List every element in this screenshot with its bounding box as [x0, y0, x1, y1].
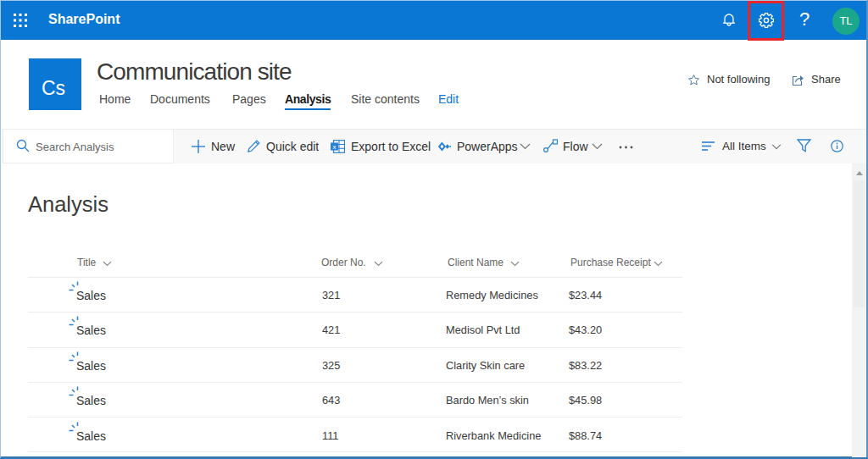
- svg-text:x: x: [333, 143, 337, 151]
